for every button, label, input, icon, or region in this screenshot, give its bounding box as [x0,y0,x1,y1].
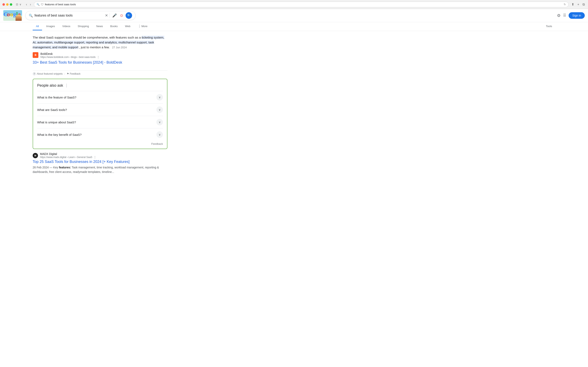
source-name: BoldDesk [40,52,167,55]
snippet-text-before: The ideal SaaS support tools should be c… [33,36,141,39]
lens-search-button[interactable]: ⊙ [119,12,124,18]
search-input[interactable]: features of best saas tools [35,14,103,17]
result-desc-bold: features: [59,166,71,169]
snippet-text: The ideal SaaS support tools should be c… [33,35,167,50]
windows-button[interactable]: ⧉ [582,2,586,7]
paa-expand-icon-4: ∨ [159,133,161,136]
paa-question-1: What is the feature of SaaS? [37,96,76,99]
browser-actions: ⬆ + ⧉ [571,2,586,7]
forward-button[interactable]: › [29,2,32,7]
paa-expand-button-2[interactable]: ∨ [156,106,163,113]
result-source-row: M MADX Digital https://www.madx.digital … [33,152,167,159]
apps-button[interactable]: ⠿ [563,13,566,18]
tab-news[interactable]: News [93,23,106,30]
paa-item-1[interactable]: What is the feature of SaaS? ∨ [37,91,163,103]
address-bar[interactable]: 🔍 🛡 features of best saas tools ↻ [34,2,569,7]
google-logo[interactable]: G o o g l e [3,10,22,21]
traffic-lights [2,3,12,6]
tab-books[interactable]: Books [107,23,121,30]
traffic-light-yellow[interactable] [6,3,9,6]
search-box-wrapper: 🔍 features of best saas tools ✕ 🎤 ⊙ 🔍 [25,11,554,20]
result-source-info: MADX Digital https://www.madx.digital › … [40,152,167,159]
source-url-row: https://www.bolddesk.com › blogs › best-… [40,55,167,59]
browser-controls: ‹ › [25,2,32,7]
tab-images[interactable]: Images [43,23,58,30]
tab-bar: ⊡ ∨ [14,3,23,6]
tab-news-label: News [96,25,103,28]
about-snippets-label: About featured snippets [37,72,63,75]
logo-char-o1: o [7,11,10,18]
traffic-light-red[interactable] [2,3,5,6]
second-search-result: M MADX Digital https://www.madx.digital … [33,152,167,174]
tab-videos-label: Videos [62,25,70,28]
paa-item-3[interactable]: What is unique about SaaS? ∨ [37,116,163,128]
new-tab-button[interactable]: + [577,2,580,7]
tab-all-label: All [36,25,39,28]
snippet-feedback-button[interactable]: ⚑ Feedback [67,72,81,75]
search-divider [110,13,110,18]
search-box[interactable]: 🔍 features of best saas tools ✕ 🎤 ⊙ 🔍 [25,11,136,20]
tab-images-label: Images [46,25,55,28]
result-source-name: MADX Digital [40,152,167,156]
tab-books-label: Books [110,25,118,28]
paa-feedback-row: Feedback [37,141,163,147]
paa-expand-button-1[interactable]: ∨ [156,94,163,100]
source-favicon: B [33,52,38,58]
result-url: https://www.madx.digital › Learn › Gener… [40,156,92,159]
paa-question-2: What are SaaS tools? [37,108,67,111]
tab-icon-button[interactable]: ⊡ [16,3,18,6]
tab-tools-label: Tools [546,25,552,28]
main-content: The ideal SaaS support tools should be c… [0,31,176,178]
back-button[interactable]: ‹ [25,2,28,7]
tab-expand-button[interactable]: ∨ [19,3,21,6]
source-info: BoldDesk https://www.bolddesk.com › blog… [40,52,167,59]
paa-menu-button[interactable]: ⋮ [65,83,68,88]
source-url: https://www.bolddesk.com › blogs › best-… [40,56,95,58]
shield-icon: 🛡 [41,3,44,6]
source-menu-button[interactable]: ⋮ [97,55,100,59]
paa-expand-button-4[interactable]: ∨ [156,131,163,138]
featured-snippet: The ideal SaaS support tools should be c… [33,35,167,67]
tab-more[interactable]: ⋮ More [135,22,151,31]
paa-expand-icon-3: ∨ [159,120,161,124]
dot-divider: · [64,72,65,75]
traffic-light-green[interactable] [10,3,12,6]
tab-web[interactable]: Web [122,23,134,30]
feedback-label: Feedback [70,72,81,75]
paa-item-4[interactable]: What is the key benefit of SaaS? ∨ [37,128,163,141]
result-url-row: https://www.madx.digital › Learn › Gener… [40,156,167,159]
tab-tools[interactable]: Tools [543,23,555,30]
paa-feedback-button[interactable]: Feedback [151,142,163,145]
snippet-text-after: , just to mention a few. [79,45,110,49]
tab-shopping[interactable]: Shopping [75,23,92,30]
google-header: G o o g l e 🔍 features of best saas tool… [0,9,588,22]
paa-expand-icon-1: ∨ [159,96,161,99]
about-snippets-icon: ? [33,72,36,75]
sign-in-button[interactable]: Sign in [569,12,585,19]
result-menu-button[interactable]: ⋮ [94,156,96,159]
about-featured-snippets-button[interactable]: ? About featured snippets [33,72,63,75]
feedback-icon: ⚑ [67,72,69,75]
search-prefix-icon: 🔍 [29,14,33,17]
result-title-link[interactable]: Top 25 SaaS Tools for Businesses in 2024… [33,160,167,164]
paa-expand-icon-2: ∨ [159,108,161,111]
settings-button[interactable]: ⚙ [557,13,561,18]
share-button[interactable]: ⬆ [571,2,575,7]
paa-item-2[interactable]: What are SaaS tools? ∨ [37,103,163,116]
paa-question-3: What is unique about SaaS? [37,120,76,124]
reload-icon[interactable]: ↻ [564,3,566,6]
browser-chrome: ⊡ ∨ ‹ › 🔍 🛡 features of best saas tools … [0,0,588,9]
result-desc-prefix: 26 Feb 2024 — Key [33,166,58,169]
voice-search-button[interactable]: 🎤 [112,12,118,18]
address-bar-text: features of best saas tools [45,3,562,6]
header-right: ⚙ ⠿ Sign in [557,12,585,19]
paa-expand-button-3[interactable]: ∨ [156,119,163,125]
featured-result-link[interactable]: 33+ Best SaaS Tools for Businesses [2024… [33,60,122,65]
paa-question-4: What is the key benefit of SaaS? [37,133,82,136]
source-row: B BoldDesk https://www.bolddesk.com › bl… [33,52,167,59]
search-submit-button[interactable]: 🔍 [126,12,132,19]
result-favicon: M [33,153,38,158]
search-clear-button[interactable]: ✕ [105,13,108,18]
tab-all[interactable]: All [33,23,42,30]
tab-videos[interactable]: Videos [59,23,74,30]
